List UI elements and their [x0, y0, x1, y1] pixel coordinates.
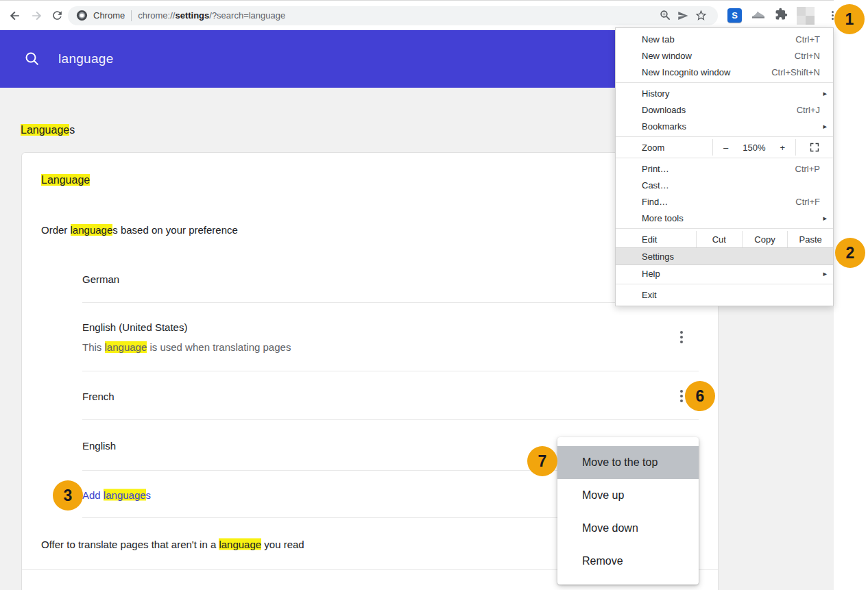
menu-separator — [616, 228, 833, 229]
language-options-button[interactable] — [680, 336, 683, 339]
url-scheme: chrome:// — [138, 10, 175, 21]
menu-item-shortcut: Ctrl+F — [795, 197, 833, 207]
zoom-label: Zoom — [616, 139, 712, 156]
menu-item-downloads[interactable]: DownloadsCtrl+J — [616, 101, 833, 118]
send-to-device-button[interactable] — [674, 7, 692, 25]
menu-item-label: New window — [642, 51, 795, 61]
cut-button[interactable]: Cut — [696, 231, 742, 247]
menu-item-new-incognito-window[interactable]: New Incognito windowCtrl+Shift+N — [616, 64, 833, 80]
language-row-german: German — [22, 255, 718, 303]
paste-button[interactable]: Paste — [787, 231, 833, 247]
search-icon — [25, 51, 40, 66]
language-options-button[interactable] — [680, 395, 683, 397]
settings-search-input[interactable]: language — [58, 51, 114, 66]
bookmark-button[interactable] — [692, 7, 710, 25]
submenu-arrow-icon: ▸ — [823, 269, 833, 278]
menu-item-more-tools[interactable]: More tools▸ — [616, 210, 833, 226]
menu-item-exit[interactable]: Exit — [616, 286, 833, 303]
menu-item-label: New Incognito window — [642, 67, 771, 77]
context-item-remove[interactable]: Remove — [557, 545, 699, 578]
menu-item-label: New tab — [642, 34, 795, 45]
menu-item-bookmarks[interactable]: Bookmarks▸ — [616, 118, 833, 134]
screenshot-root: { "browser": { "url": { "site": "Chrome"… — [0, 0, 868, 590]
menu-item-label: Find… — [642, 197, 795, 207]
order-post: s based on your preference — [112, 224, 238, 236]
language-name: French — [82, 389, 114, 402]
url-bar[interactable]: Chrome chrome://settings/?search=languag… — [68, 6, 718, 25]
order-pre: Order — [41, 224, 71, 236]
submenu-arrow-icon: ▸ — [823, 214, 833, 223]
puzzle-extensions-icon[interactable] — [775, 8, 788, 23]
menu-item-label: Print… — [642, 164, 795, 174]
menu-item-help[interactable]: Help▸ — [616, 265, 833, 282]
reload-icon — [51, 9, 64, 22]
offer-pre: Offer to translate pages that aren't in … — [41, 539, 219, 550]
menu-item-shortcut: Ctrl+J — [797, 105, 833, 115]
offer-highlight: language — [219, 539, 261, 550]
language-row-english-us: English (United States) This language is… — [22, 303, 718, 371]
language-context-menu: Move to the top Move up Move down Remove — [557, 437, 699, 585]
menu-item-label: History — [642, 88, 823, 99]
card-title-highlight: Language — [41, 174, 90, 186]
add-post: s — [146, 489, 152, 500]
add-pre: Add — [82, 489, 104, 500]
profile-avatar[interactable] — [797, 7, 815, 25]
zoom-level-value: 150% — [743, 143, 765, 153]
context-item-move-down[interactable]: Move down — [557, 512, 699, 545]
menu-item-label: Help — [642, 269, 823, 279]
star-outline-icon — [695, 9, 708, 22]
offer-post: you read — [261, 539, 304, 550]
back-button[interactable] — [4, 4, 25, 27]
menu-separator — [616, 82, 833, 83]
subtitle-highlight: language — [105, 341, 147, 353]
zoom-level-button[interactable] — [656, 7, 674, 25]
menu-item-history[interactable]: History▸ — [616, 85, 833, 101]
zoom-in-button[interactable]: + — [780, 143, 785, 153]
add-languages-link[interactable]: Add languages — [82, 489, 151, 500]
menu-item-label: Bookmarks — [642, 121, 823, 132]
copy-button[interactable]: Copy — [742, 231, 788, 247]
menu-item-settings[interactable]: Settings — [616, 247, 833, 265]
add-highlight: language — [104, 489, 146, 500]
zoom-out-button[interactable]: – — [723, 143, 728, 153]
page-title-rest: s — [69, 124, 75, 136]
context-item-move-up[interactable]: Move up — [557, 479, 699, 512]
subtitle-pre: This — [82, 341, 105, 353]
submenu-arrow-icon: ▸ — [823, 122, 833, 131]
menu-item-new-tab[interactable]: New tabCtrl+T — [616, 31, 833, 47]
order-highlight: language — [71, 224, 113, 236]
back-arrow-icon — [8, 9, 22, 23]
menu-item-print[interactable]: Print…Ctrl+P — [616, 160, 833, 177]
menu-separator — [616, 158, 833, 158]
menu-separator — [616, 284, 833, 284]
menu-item-cast[interactable]: Cast… — [616, 177, 833, 193]
menu-separator — [616, 136, 833, 137]
forward-arrow-icon — [29, 9, 43, 23]
menu-item-new-window[interactable]: New windowCtrl+N — [616, 47, 833, 64]
context-item-move-to-top[interactable]: Move to the top — [557, 446, 699, 479]
submenu-arrow-icon: ▸ — [823, 89, 833, 98]
sneaker-extension-icon[interactable] — [751, 8, 766, 23]
language-subtitle: This language is used when translating p… — [82, 341, 291, 354]
page-title-highlight: Language — [21, 124, 69, 136]
menu-item-shortcut: Ctrl+Shift+N — [771, 67, 833, 77]
url-site-label: Chrome — [93, 10, 125, 21]
fullscreen-button[interactable] — [796, 139, 833, 156]
menu-item-shortcut: Ctrl+N — [795, 51, 833, 61]
menu-item-zoom: Zoom – 150% + — [616, 139, 833, 156]
menu-item-label: Exit — [642, 290, 833, 300]
menu-item-find[interactable]: Find…Ctrl+F — [616, 193, 833, 210]
offer-translate-label: Offer to translate pages that aren't in … — [41, 538, 304, 551]
forward-button[interactable] — [25, 4, 47, 27]
menu-item-shortcut: Ctrl+P — [795, 164, 833, 174]
url-rest: /?search=language — [209, 10, 285, 21]
annotation-badge-1: 1 — [834, 4, 865, 34]
zoom-in-icon — [659, 9, 672, 22]
language-name: English — [82, 439, 116, 452]
annotation-badge-7: 7 — [527, 446, 557, 476]
fullscreen-icon — [810, 143, 819, 152]
reload-button[interactable] — [47, 4, 68, 27]
s-extension-icon[interactable]: S — [727, 8, 742, 23]
menu-item-edit: Edit Cut Copy Paste — [616, 231, 833, 247]
menu-item-label: Cast… — [642, 180, 833, 190]
